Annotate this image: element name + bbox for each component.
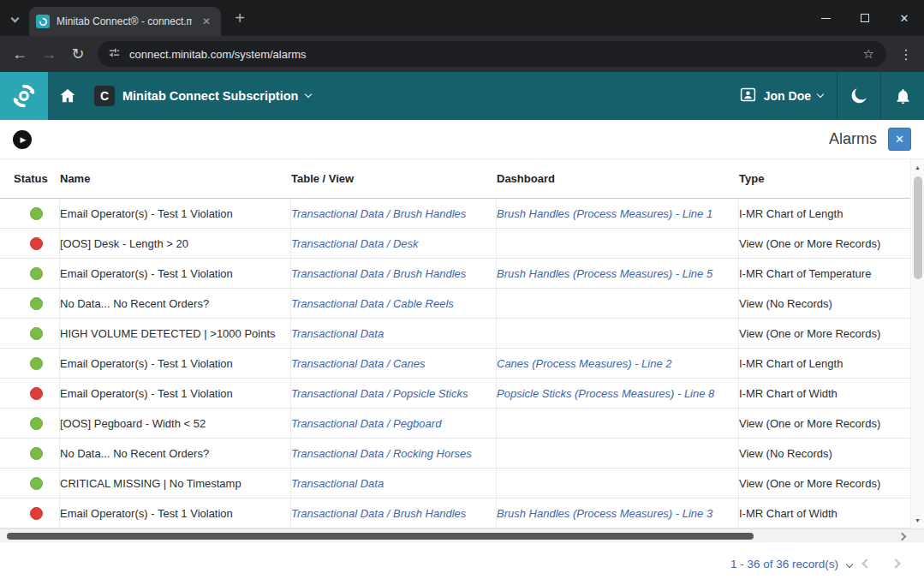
dashboard-link[interactable]: Brush Handles (Process Measures) - Line … bbox=[497, 199, 739, 228]
dark-mode-moon-icon[interactable] bbox=[838, 72, 880, 120]
play-icon[interactable]: ▶ bbox=[13, 130, 32, 149]
scroll-down-icon[interactable]: ▼ bbox=[911, 517, 924, 523]
alarm-name-cell: Email Operator(s) - Test 1 Violation bbox=[60, 259, 291, 288]
browser-menu-icon[interactable]: ⋮ bbox=[893, 39, 919, 69]
new-tab-button[interactable]: + bbox=[226, 4, 253, 32]
table-header-row: Status Name Table / View Dashboard Type bbox=[0, 159, 910, 199]
minitab-connect-logo-icon[interactable] bbox=[0, 72, 48, 120]
page-title: Alarms bbox=[829, 130, 877, 148]
pagination-prev-icon[interactable] bbox=[852, 549, 881, 578]
window-minimize-icon[interactable] bbox=[806, 0, 845, 36]
table-row[interactable]: No Data... No Recent Orders?Transactiona… bbox=[0, 439, 910, 469]
status-green-indicator bbox=[30, 477, 43, 490]
status-green-indicator bbox=[30, 297, 43, 310]
site-settings-icon[interactable] bbox=[108, 46, 121, 63]
status-green-indicator bbox=[30, 417, 43, 430]
url-text[interactable]: connect.minitab.com/system/alarms bbox=[129, 48, 861, 61]
column-header-status[interactable]: Status bbox=[14, 172, 60, 185]
table-view-link[interactable]: Transactional Data / Popsicle Sticks bbox=[291, 379, 497, 408]
dashboard-link[interactable]: Popsicle Sticks (Process Measures) - Lin… bbox=[497, 379, 739, 408]
alarm-name-cell: Email Operator(s) - Test 1 Violation bbox=[60, 498, 291, 528]
notifications-bell-icon[interactable] bbox=[881, 72, 924, 120]
reload-icon[interactable]: ↻ bbox=[63, 39, 92, 69]
dashboard-link[interactable]: Canes (Process Measures) - Line 2 bbox=[497, 349, 739, 378]
horizontal-scrollbar-thumb[interactable] bbox=[7, 533, 754, 540]
column-header-table-view[interactable]: Table / View bbox=[291, 172, 497, 185]
table-view-link[interactable]: Transactional Data / Brush Handles bbox=[291, 498, 497, 528]
dashboard-link[interactable]: Brush Handles (Process Measures) - Line … bbox=[497, 498, 739, 528]
alarm-name-cell: [OOS] Desk - Length > 20 bbox=[60, 229, 291, 258]
table-view-link[interactable]: Transactional Data / Brush Handles bbox=[291, 259, 497, 288]
record-count-dropdown[interactable]: 1 - 36 of 36 record(s) bbox=[730, 558, 852, 570]
user-menu[interactable]: Jon Doe bbox=[725, 72, 837, 120]
alarm-name-cell: No Data... No Recent Orders? bbox=[60, 439, 291, 468]
dashboard-link[interactable]: Brush Handles (Process Measures) - Line … bbox=[497, 259, 739, 288]
forward-icon[interactable]: → bbox=[34, 39, 63, 69]
table-row[interactable]: Email Operator(s) - Test 1 ViolationTran… bbox=[0, 259, 910, 289]
table-row[interactable]: Email Operator(s) - Test 1 ViolationTran… bbox=[0, 379, 910, 409]
alarm-type-cell: View (One or More Records) bbox=[739, 319, 910, 348]
dashboard-link bbox=[497, 439, 739, 468]
subscription-selector[interactable]: C Minitab Connect Subscription bbox=[94, 86, 311, 106]
column-header-name[interactable]: Name bbox=[60, 172, 291, 185]
window-close-icon[interactable]: ✕ bbox=[885, 0, 924, 36]
window-controls: ✕ bbox=[806, 0, 924, 36]
vertical-scrollbar-thumb[interactable] bbox=[914, 176, 922, 279]
table-view-link[interactable]: Transactional Data bbox=[291, 319, 497, 348]
pagination-next-icon[interactable] bbox=[881, 549, 910, 578]
status-cell bbox=[14, 349, 60, 378]
table-view-link[interactable]: Transactional Data / Desk bbox=[291, 229, 497, 258]
table-row[interactable]: CRITICAL MISSING | No TimestampTransacti… bbox=[0, 469, 910, 498]
tab-close-icon[interactable]: ✕ bbox=[199, 14, 214, 29]
status-green-indicator bbox=[30, 357, 43, 370]
user-name: Jon Doe bbox=[764, 89, 811, 103]
tab-search-icon[interactable] bbox=[0, 0, 29, 36]
horizontal-scrollbar[interactable] bbox=[0, 528, 924, 542]
column-header-dashboard[interactable]: Dashboard bbox=[497, 172, 739, 185]
table-view-link[interactable]: Transactional Data / Cable Reels bbox=[291, 289, 497, 318]
window-maximize-icon[interactable] bbox=[845, 0, 885, 36]
table-row[interactable]: Email Operator(s) - Test 1 ViolationTran… bbox=[0, 199, 910, 229]
back-icon[interactable]: ← bbox=[5, 39, 34, 69]
bookmark-star-icon[interactable]: ☆ bbox=[861, 46, 876, 62]
address-bar[interactable]: connect.minitab.com/system/alarms ☆ bbox=[98, 41, 886, 67]
status-cell bbox=[14, 259, 60, 288]
alarms-table-body: Email Operator(s) - Test 1 ViolationTran… bbox=[0, 199, 910, 528]
status-cell bbox=[14, 439, 60, 468]
table-row[interactable]: HIGH VOLUME DETECTED | >1000 PointsTrans… bbox=[0, 319, 910, 349]
table-view-link[interactable]: Transactional Data / Canes bbox=[291, 349, 497, 378]
page-subheader: ▶ Alarms ✕ bbox=[0, 120, 924, 159]
alarm-type-cell: I-MR Chart of Width bbox=[739, 379, 910, 408]
table-row[interactable]: Email Operator(s) - Test 1 ViolationTran… bbox=[0, 349, 910, 379]
close-alarms-button[interactable]: ✕ bbox=[888, 128, 911, 151]
dashboard-link bbox=[497, 409, 739, 438]
connect-subscription-icon: C bbox=[94, 86, 115, 106]
scroll-up-icon[interactable]: ▲ bbox=[911, 164, 924, 170]
home-icon[interactable] bbox=[48, 72, 87, 120]
pagination-footer: 1 - 36 of 36 record(s) bbox=[0, 542, 924, 585]
status-cell bbox=[14, 379, 60, 408]
dashboard-link bbox=[497, 229, 739, 258]
table-view-link[interactable]: Transactional Data / Rocking Horses bbox=[291, 439, 497, 468]
table-view-link[interactable]: Transactional Data / Brush Handles bbox=[291, 199, 497, 228]
alarm-type-cell: View (No Records) bbox=[739, 439, 910, 468]
alarm-name-cell: Email Operator(s) - Test 1 Violation bbox=[60, 349, 291, 378]
alarm-type-cell: I-MR Chart of Length bbox=[739, 199, 910, 228]
table-view-link[interactable]: Transactional Data / Pegboard bbox=[291, 409, 497, 438]
alarm-type-cell: I-MR Chart of Temperature bbox=[739, 259, 910, 288]
table-row[interactable]: [OOS] Pegboard - Width < 52Transactional… bbox=[0, 409, 910, 439]
table-view-link[interactable]: Transactional Data bbox=[291, 469, 497, 498]
status-cell bbox=[14, 199, 60, 228]
browser-tab[interactable]: Minitab Connect® - connect.mi... ✕ bbox=[29, 7, 221, 36]
vertical-scrollbar[interactable]: ▲ ▼ bbox=[910, 159, 924, 528]
table-row[interactable]: Email Operator(s) - Test 1 ViolationTran… bbox=[0, 498, 910, 528]
column-header-type[interactable]: Type bbox=[739, 172, 910, 185]
alarm-name-cell: HIGH VOLUME DETECTED | >1000 Points bbox=[60, 319, 291, 348]
table-row[interactable]: No Data... No Recent Orders?Transactiona… bbox=[0, 289, 910, 319]
alarm-name-cell: No Data... No Recent Orders? bbox=[60, 289, 291, 318]
table-row[interactable]: [OOS] Desk - Length > 20Transactional Da… bbox=[0, 229, 910, 259]
record-count-text: 1 - 36 of 36 record(s) bbox=[730, 558, 838, 570]
status-red-indicator bbox=[30, 237, 43, 250]
scroll-right-icon[interactable] bbox=[898, 533, 907, 541]
chevron-down-icon bbox=[817, 91, 824, 98]
